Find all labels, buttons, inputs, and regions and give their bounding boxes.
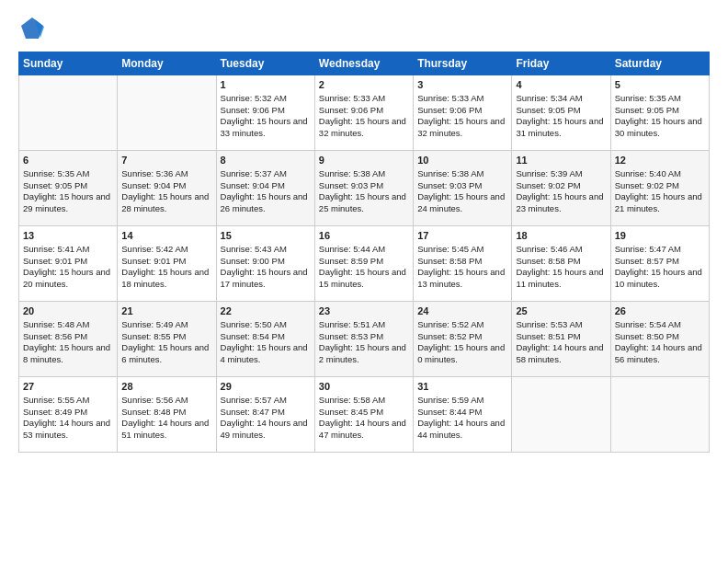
day-number: 30 [319, 380, 409, 394]
daylight-text: Daylight: 15 hours and 25 minutes. [319, 191, 406, 213]
sunset-text: Sunset: 9:04 PM [121, 180, 186, 190]
sunrise-text: Sunrise: 5:36 AM [121, 168, 188, 178]
day-number: 8 [221, 154, 311, 167]
sunset-text: Sunset: 9:06 PM [319, 105, 383, 115]
daylight-text: Daylight: 15 hours and 28 minutes. [121, 191, 209, 213]
daylight-text: Daylight: 14 hours and 56 minutes. [615, 342, 702, 364]
day-number: 16 [319, 229, 409, 243]
sunrise-text: Sunrise: 5:35 AM [23, 168, 89, 178]
sunset-text: Sunset: 8:45 PM [319, 407, 383, 417]
sunrise-text: Sunrise: 5:58 AM [319, 395, 385, 405]
weekday-header-row: SundayMondayTuesdayWednesdayThursdayFrid… [19, 52, 710, 75]
day-number: 17 [417, 229, 507, 243]
calendar-cell-2-6: 11Sunrise: 5:39 AMSunset: 9:02 PMDayligh… [512, 151, 610, 226]
logo-icon [18, 15, 46, 42]
sunrise-text: Sunrise: 5:43 AM [221, 244, 287, 254]
calendar-cell-2-1: 6Sunrise: 5:35 AMSunset: 9:05 PMDaylight… [19, 151, 118, 226]
daylight-text: Daylight: 14 hours and 47 minutes. [319, 418, 406, 440]
day-number: 10 [417, 154, 507, 167]
sunset-text: Sunset: 9:00 PM [221, 256, 285, 266]
calendar-cell-1-6: 4Sunrise: 5:34 AMSunset: 9:05 PMDaylight… [512, 75, 610, 151]
calendar-cell-5-4: 30Sunrise: 5:58 AMSunset: 8:45 PMDayligh… [314, 377, 413, 453]
daylight-text: Daylight: 15 hours and 33 minutes. [221, 116, 308, 138]
daylight-text: Daylight: 14 hours and 58 minutes. [516, 342, 603, 364]
daylight-text: Daylight: 15 hours and 20 minutes. [23, 267, 110, 289]
day-number: 15 [221, 229, 311, 243]
sunrise-text: Sunrise: 5:34 AM [516, 93, 582, 103]
calendar-cell-4-6: 25Sunrise: 5:53 AMSunset: 8:51 PMDayligh… [512, 302, 610, 377]
day-number: 1 [221, 78, 311, 92]
calendar-cell-4-3: 22Sunrise: 5:50 AMSunset: 8:54 PMDayligh… [216, 302, 314, 377]
sunrise-text: Sunrise: 5:47 AM [615, 244, 681, 254]
calendar-cell-2-4: 9Sunrise: 5:38 AMSunset: 9:03 PMDaylight… [314, 151, 413, 226]
day-number: 3 [417, 78, 507, 92]
sunset-text: Sunset: 8:54 PM [221, 331, 285, 341]
daylight-text: Daylight: 15 hours and 0 minutes. [417, 342, 505, 364]
sunset-text: Sunset: 9:06 PM [221, 105, 285, 115]
sunrise-text: Sunrise: 5:49 AM [121, 319, 188, 329]
sunset-text: Sunset: 9:02 PM [615, 180, 679, 190]
sunrise-text: Sunrise: 5:59 AM [417, 395, 483, 405]
sunrise-text: Sunrise: 5:55 AM [23, 395, 89, 405]
sunset-text: Sunset: 8:51 PM [516, 331, 580, 341]
calendar-cell-1-3: 1Sunrise: 5:32 AMSunset: 9:06 PMDaylight… [216, 75, 314, 151]
daylight-text: Daylight: 15 hours and 18 minutes. [121, 267, 209, 289]
day-number: 31 [417, 380, 507, 394]
daylight-text: Daylight: 15 hours and 6 minutes. [121, 342, 209, 364]
sunset-text: Sunset: 9:06 PM [417, 105, 482, 115]
sunrise-text: Sunrise: 5:48 AM [23, 319, 89, 329]
weekday-header-thursday: Thursday [414, 52, 512, 75]
weekday-header-sunday: Sunday [19, 52, 118, 75]
calendar-cell-3-6: 18Sunrise: 5:46 AMSunset: 8:58 PMDayligh… [512, 226, 610, 302]
calendar-cell-5-7 [610, 377, 709, 453]
day-number: 27 [23, 380, 113, 394]
sunrise-text: Sunrise: 5:46 AM [516, 244, 582, 254]
day-number: 29 [221, 380, 311, 394]
day-number: 11 [516, 154, 606, 167]
calendar-cell-3-2: 14Sunrise: 5:42 AMSunset: 9:01 PMDayligh… [118, 226, 216, 302]
weekday-header-tuesday: Tuesday [216, 52, 314, 75]
sunrise-text: Sunrise: 5:33 AM [319, 93, 385, 103]
sunrise-text: Sunrise: 5:40 AM [615, 168, 681, 178]
sunset-text: Sunset: 8:59 PM [319, 256, 383, 266]
calendar-week-row-2: 6Sunrise: 5:35 AMSunset: 9:05 PMDaylight… [19, 151, 710, 226]
sunset-text: Sunset: 9:04 PM [221, 180, 285, 190]
sunrise-text: Sunrise: 5:42 AM [121, 244, 188, 254]
daylight-text: Daylight: 14 hours and 51 minutes. [121, 418, 209, 440]
calendar-cell-5-2: 28Sunrise: 5:56 AMSunset: 8:48 PMDayligh… [118, 377, 216, 453]
sunrise-text: Sunrise: 5:50 AM [221, 319, 287, 329]
day-number: 25 [516, 304, 606, 318]
sunrise-text: Sunrise: 5:41 AM [23, 244, 89, 254]
sunset-text: Sunset: 9:02 PM [516, 180, 580, 190]
sunrise-text: Sunrise: 5:37 AM [221, 168, 287, 178]
day-number: 9 [319, 154, 409, 167]
sunrise-text: Sunrise: 5:38 AM [319, 168, 385, 178]
sunset-text: Sunset: 9:05 PM [615, 105, 679, 115]
daylight-text: Daylight: 15 hours and 32 minutes. [417, 116, 505, 138]
sunrise-text: Sunrise: 5:32 AM [221, 93, 287, 103]
calendar-cell-4-2: 21Sunrise: 5:49 AMSunset: 8:55 PMDayligh… [118, 302, 216, 377]
logo [18, 15, 50, 42]
calendar-cell-3-5: 17Sunrise: 5:45 AMSunset: 8:58 PMDayligh… [414, 226, 512, 302]
sunset-text: Sunset: 8:56 PM [23, 331, 87, 341]
calendar-week-row-4: 20Sunrise: 5:48 AMSunset: 8:56 PMDayligh… [19, 302, 710, 377]
calendar-cell-2-3: 8Sunrise: 5:37 AMSunset: 9:04 PMDaylight… [216, 151, 314, 226]
day-number: 2 [319, 78, 409, 92]
calendar-cell-2-5: 10Sunrise: 5:38 AMSunset: 9:03 PMDayligh… [414, 151, 512, 226]
sunset-text: Sunset: 9:01 PM [121, 256, 186, 266]
daylight-text: Daylight: 15 hours and 21 minutes. [615, 191, 702, 213]
day-number: 20 [23, 304, 113, 318]
calendar-week-row-3: 13Sunrise: 5:41 AMSunset: 9:01 PMDayligh… [19, 226, 710, 302]
calendar-cell-1-1 [19, 75, 118, 151]
sunset-text: Sunset: 8:47 PM [221, 407, 285, 417]
sunset-text: Sunset: 8:50 PM [615, 331, 679, 341]
sunrise-text: Sunrise: 5:39 AM [516, 168, 582, 178]
daylight-text: Daylight: 14 hours and 53 minutes. [23, 418, 110, 440]
calendar-cell-5-3: 29Sunrise: 5:57 AMSunset: 8:47 PMDayligh… [216, 377, 314, 453]
day-number: 24 [417, 304, 507, 318]
weekday-header-saturday: Saturday [610, 52, 709, 75]
sunrise-text: Sunrise: 5:57 AM [221, 395, 287, 405]
sunset-text: Sunset: 8:58 PM [417, 256, 482, 266]
sunrise-text: Sunrise: 5:45 AM [417, 244, 483, 254]
day-number: 22 [221, 304, 311, 318]
